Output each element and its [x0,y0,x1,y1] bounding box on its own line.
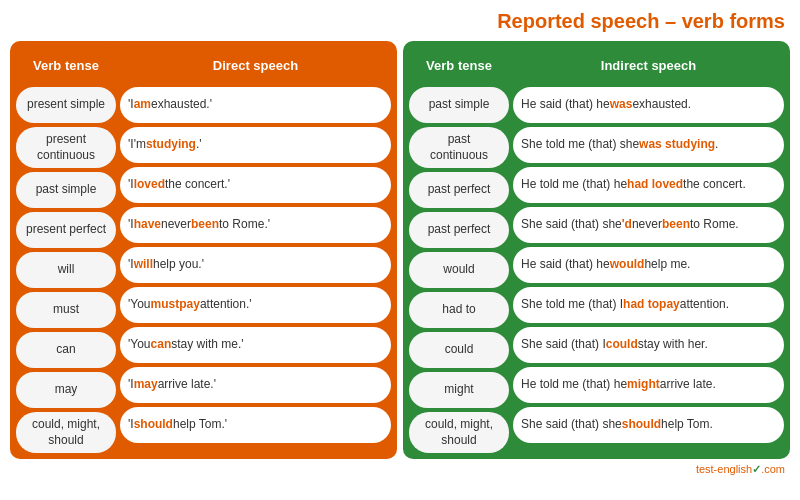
left-speech-header: Direct speech [120,47,391,83]
table-wrapper: Verb tense present simplepresent continu… [10,41,790,459]
left-speech-cell-4: 'I will help you.' [120,247,391,283]
left-speech-cell-0: 'I am exhausted.' [120,87,391,123]
right-verb-cell-1: past continuous [409,127,509,168]
left-verb-cell-4: will [16,252,116,288]
left-speech-cell-1: 'I'm studying.' [120,127,391,163]
left-verb-header: Verb tense [16,47,116,83]
right-speech-cell-2: He told me (that) he had loved the conce… [513,167,784,203]
right-verb-cell-4: would [409,252,509,288]
right-speech-cell-5: She told me (that) I had to pay attentio… [513,287,784,323]
left-half: Verb tense present simplepresent continu… [10,41,397,459]
right-speech-cell-4: He said (that) he would help me. [513,247,784,283]
left-verb-cell-3: present perfect [16,212,116,248]
left-speech-cell-3: 'I have never been to Rome.' [120,207,391,243]
right-speech-cell-3: She said (that) she'd never been to Rome… [513,207,784,243]
left-speech-cell-2: 'I loved the concert.' [120,167,391,203]
main-container: Reported speech – verb forms Verb tense … [0,0,800,500]
left-verb-cell-2: past simple [16,172,116,208]
left-verb-cell-7: may [16,372,116,408]
page-title: Reported speech – verb forms [10,10,790,33]
left-verb-cell-5: must [16,292,116,328]
right-speech-header: Indirect speech [513,47,784,83]
right-verb-cell-2: past perfect [409,172,509,208]
right-speech-cell-6: She said (that) I could stay with her. [513,327,784,363]
left-verb-cell-1: present continuous [16,127,116,168]
right-half: Verb tense past simplepast continuouspas… [403,41,790,459]
footer: test-english✓.com [10,463,790,476]
left-speech-cell-7: 'I may arrive late.' [120,367,391,403]
right-verb-cell-5: had to [409,292,509,328]
right-speech-cell-7: He told me (that) he might arrive late. [513,367,784,403]
right-verb-cell-0: past simple [409,87,509,123]
right-verb-cell-7: might [409,372,509,408]
footer-check: ✓ [752,463,761,475]
right-speech-cell-1: She told me (that) she was studying. [513,127,784,163]
left-verb-col: Verb tense present simplepresent continu… [16,47,116,453]
left-verb-cell-6: can [16,332,116,368]
left-verb-cell-8: could, might, should [16,412,116,453]
right-verb-cell-6: could [409,332,509,368]
right-verb-cell-8: could, might, should [409,412,509,453]
right-speech-col: Indirect speech He said (that) he was ex… [513,47,784,453]
left-verb-cell-0: present simple [16,87,116,123]
left-speech-cell-6: 'You can stay with me.' [120,327,391,363]
footer-text: test-english [696,463,752,475]
left-speech-col: Direct speech 'I am exhausted.''I'm stud… [120,47,391,453]
left-speech-cell-8: 'I should help Tom.' [120,407,391,443]
right-speech-cell-0: He said (that) he was exhausted. [513,87,784,123]
right-verb-col: Verb tense past simplepast continuouspas… [409,47,509,453]
right-speech-cell-8: She said (that) she should help Tom. [513,407,784,443]
right-verb-cell-3: past perfect [409,212,509,248]
left-speech-cell-5: 'You must pay attention.' [120,287,391,323]
footer-com: .com [761,463,785,475]
right-verb-header: Verb tense [409,47,509,83]
